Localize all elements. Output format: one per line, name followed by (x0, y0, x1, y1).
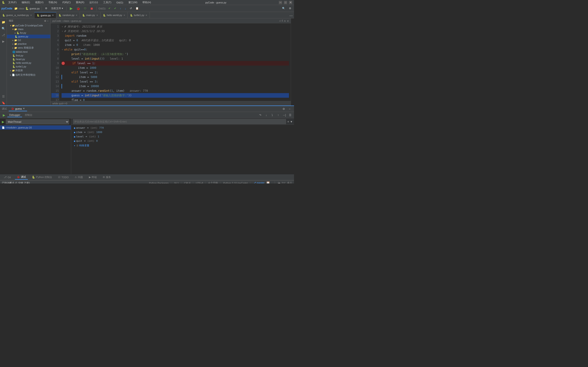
sidebar-icon-run[interactable]: ▶ (1, 39, 6, 44)
status-python-packages[interactable]: Python Packages (149, 182, 169, 184)
toolbar-run-config-button[interactable]: 当前文件 ▾ (50, 6, 65, 10)
debug-tab-close[interactable]: ✕ (23, 107, 25, 110)
menu-refactor[interactable]: 重构(R) (74, 0, 86, 5)
close-button[interactable]: ✕ (289, 1, 292, 4)
frame-item-module[interactable]: 📄 <module>, guess.py:16 (0, 125, 71, 130)
menu-run[interactable]: 运行(U) (87, 0, 100, 5)
sidebar-icon-vcs[interactable]: ⎇ (1, 32, 6, 38)
var-item-special[interactable]: ▸ ☰ 特殊变量 (72, 143, 293, 148)
tab-close-5[interactable]: ✕ (145, 14, 147, 17)
tab-main[interactable]: 🐍 main.py ✕ (80, 12, 101, 18)
code-area[interactable]: 12345 678910 1112131415 16 1718 ▾ # 脚本编号… (51, 23, 291, 101)
panel-tab-git[interactable]: ⎇ Git (2, 175, 13, 179)
var-item-answer[interactable]: ■ answer = (int) 770 (72, 126, 293, 130)
status-git-branch[interactable]: ⎇ master (253, 181, 265, 184)
debug-run-to-cursor-button[interactable]: →| (282, 113, 287, 118)
tab-guess-a-number[interactable]: 🐍 guess_a_number.py ✕ (0, 12, 35, 18)
tab-hello[interactable]: 🐍 hello world.py ✕ (101, 12, 128, 18)
panel-tab-debug[interactable]: 🐞 调试 (15, 175, 28, 180)
debug-step-over-button[interactable]: ↷ (258, 113, 263, 118)
tab-random[interactable]: 🐍 random.py ✕ (56, 12, 80, 18)
menu-tools[interactable]: 工具(T) (101, 0, 113, 5)
tree-item-class[interactable]: ▾ 📁 class (7, 27, 50, 31)
menu-view[interactable]: 视图(V) (33, 0, 45, 5)
search-button[interactable]: 🔍 (281, 6, 287, 10)
git-up-button[interactable]: ↑ (119, 7, 123, 10)
thread-select[interactable]: MainThread (6, 119, 69, 124)
filetree-sync-button[interactable]: ⚙ (44, 20, 46, 22)
menu-help[interactable]: 帮助(H) (141, 0, 153, 5)
editor-scrollbar[interactable] (291, 18, 294, 106)
var-item-level[interactable]: ■ level = (int) 1 (72, 134, 293, 139)
git-revert-button[interactable]: ↺ (128, 6, 133, 10)
minimize-button[interactable]: ─ (279, 1, 282, 4)
tab-close-1[interactable]: ✕ (52, 14, 54, 17)
tree-item-venv[interactable]: ▸ 📁 venv 库根目录 (7, 46, 50, 50)
maximize-button[interactable]: □ (284, 1, 287, 4)
menu-nav[interactable]: 导航(N) (47, 0, 59, 5)
settings-button[interactable]: ⚙ (288, 6, 293, 10)
filetree-collapse-button[interactable]: − (47, 20, 48, 22)
tab-guess[interactable]: 🐍 guess.py ✕ (35, 12, 56, 18)
tree-item-heartpy[interactable]: 🐍 heart.py (7, 57, 50, 61)
debug-resume-button[interactable]: ▶ (1, 113, 6, 118)
tab-close-0[interactable]: ✕ (30, 14, 32, 17)
menu-edit[interactable]: 编辑(E) (20, 0, 32, 5)
tree-item-bilibili[interactable]: 🌐 bilibili.html (7, 50, 50, 54)
tree-item-firstpy[interactable]: 🐍 first.py (7, 54, 50, 57)
git-ok2-button[interactable]: ✔ (113, 6, 118, 10)
eval-add-button[interactable]: + (287, 120, 289, 123)
tree-item-turtle1py[interactable]: 🐍 turtle1.py (7, 65, 50, 68)
tab-close-3[interactable]: ✕ (96, 14, 98, 17)
debug-step-out-button[interactable]: ↑ (276, 113, 281, 118)
panel-tab-terminal[interactable]: ▶ 终端 (87, 175, 99, 179)
status-interpreter[interactable]: Python 3.10 (pyCode) (223, 182, 248, 184)
tree-item-temp[interactable]: ▸ 📄 临时文件和控制台 (7, 73, 50, 77)
panel-tab-python-console[interactable]: 🐍 Python 控制台 (30, 175, 54, 179)
git-ok-button[interactable]: ✔ (107, 6, 112, 10)
run-button[interactable]: ▶ (69, 6, 74, 11)
eval-input[interactable] (73, 119, 286, 124)
stop-button[interactable]: ⏹ (89, 6, 95, 11)
toolbar-settings-button[interactable]: ⚙ (44, 6, 49, 10)
expand-icon-special[interactable]: ▸ (74, 144, 76, 147)
tree-item-oj[interactable]: ▸ 📁 OJ (7, 38, 50, 42)
sidebar-icon-bookmarks[interactable]: 🔖 (1, 100, 6, 106)
debug-minimize-button[interactable]: − (287, 106, 292, 111)
tab-turtle1[interactable]: 🐍 turtle1.py ✕ (128, 12, 150, 18)
menu-file[interactable]: 文件(F) (6, 0, 18, 5)
menu-window[interactable]: 窗口(W) (127, 0, 139, 5)
tree-item-practice[interactable]: ▸ 📁 practice (7, 42, 50, 46)
editor-scroll-top-button[interactable]: ∧ (284, 19, 286, 23)
tab-close-2[interactable]: ✕ (76, 14, 78, 17)
tree-item-guesspy[interactable]: 🐍 guess.py (7, 35, 50, 38)
debug-button[interactable]: 🐞 (75, 6, 82, 11)
tab-more-button[interactable]: ⋯ (288, 14, 294, 18)
eval-more-button[interactable]: ▾ (291, 120, 292, 123)
sidebar-icon-search[interactable]: 🔍 (1, 26, 6, 31)
coverage-button[interactable]: 🛡 (82, 7, 88, 10)
debug-settings-button[interactable]: ⚙ (281, 106, 286, 111)
sidebar-icon-project[interactable]: 📁 (1, 19, 6, 25)
tree-item-forpy[interactable]: ▸ 🐍 for.py (7, 31, 50, 35)
debug-show-frames-button[interactable]: ☰ (288, 113, 293, 118)
debug-step-into-my-button[interactable]: ⤵ (270, 113, 275, 118)
sidebar-icon-structure[interactable]: ☰ (1, 94, 6, 99)
var-item-item[interactable]: ■ item = (int) 1000 (72, 130, 293, 134)
panel-tab-services[interactable]: ⚙ 服务 (101, 175, 113, 179)
panel-tab-todo[interactable]: ☑ TODO (56, 175, 70, 179)
code-content[interactable]: ▾ # 脚本编号: 20222108 多乐 ▾ # 开发时间：2023/3/2 … (60, 23, 291, 101)
tab-close-4[interactable]: ✕ (123, 14, 125, 17)
menu-code[interactable]: 代码(C) (61, 0, 73, 5)
tree-item-hellopy[interactable]: 🐍 hello world.py (7, 61, 50, 65)
tree-item-pycode[interactable]: ▾ 📁 pyCode D:\code\pyCode (7, 24, 50, 27)
tree-item-external[interactable]: ▸ 📁 外部库 (7, 68, 50, 73)
var-item-quit[interactable]: ■ quit = (int) 0 (72, 139, 293, 143)
debug-tab-guess[interactable]: 🐞 guess ✕ (9, 106, 27, 111)
debugger-tab-btn[interactable]: Debugger (7, 113, 22, 117)
panel-tab-problems[interactable]: ⚠ 问题 (73, 175, 85, 179)
git-annotate-button[interactable]: 📋 (134, 6, 140, 10)
debug-step-into-button[interactable]: ↓ (264, 113, 269, 118)
menu-git[interactable]: Git(G) (115, 1, 125, 4)
editor-scroll-bottom-button[interactable]: ∨ (287, 19, 289, 23)
